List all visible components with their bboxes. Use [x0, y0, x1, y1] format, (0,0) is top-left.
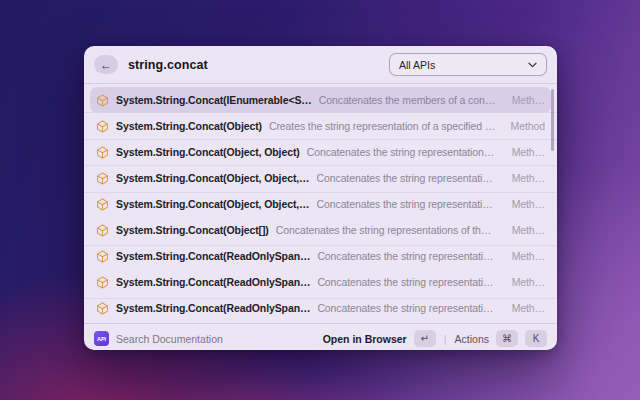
result-name: System.String.Concat(IEnumerable<S… — [116, 94, 312, 106]
method-cube-icon — [96, 94, 109, 107]
action-bar: API Search Documentation Open in Browser… — [84, 323, 557, 353]
extension-title: Search Documentation — [116, 333, 223, 345]
search-window: ← string.concat All APIs System.String.C… — [84, 46, 557, 350]
result-name: System.String.Concat(Object, Object) — [116, 146, 300, 158]
chevron-down-icon — [528, 62, 537, 68]
command-key-icon: ⌘ — [496, 330, 518, 347]
api-filter-value: All APIs — [399, 59, 435, 71]
result-name: System.String.Concat(ReadOnlySpan… — [116, 250, 310, 262]
result-row[interactable]: System.String.Concat(Object, Object) Con… — [90, 139, 551, 165]
api-filter-dropdown[interactable]: All APIs — [389, 53, 547, 76]
method-cube-icon — [96, 198, 109, 211]
result-description: Concatenates the string representations … — [307, 146, 497, 158]
return-key-icon: ↵ — [414, 330, 436, 347]
footer-divider: | — [444, 333, 447, 345]
result-type-badge: Meth… — [504, 172, 545, 184]
result-type-badge: Meth… — [504, 302, 545, 314]
method-cube-icon — [96, 172, 109, 185]
result-description: Creates the string representation of a s… — [269, 120, 496, 132]
method-cube-icon — [96, 146, 109, 159]
result-description: Concatenates the string representations … — [317, 276, 496, 288]
result-row[interactable]: System.String.Concat(Object, Object,… Co… — [90, 191, 551, 217]
result-row[interactable]: System.String.Concat(Object, Object,… Co… — [90, 165, 551, 191]
search-input[interactable]: string.concat — [128, 58, 208, 72]
result-description: Concatenates the members of a constructe… — [319, 94, 497, 106]
result-description: Concatenates the string representations … — [276, 224, 497, 236]
result-row[interactable]: System.String.Concat(IEnumerable<S… Conc… — [90, 87, 551, 113]
open-in-browser-button[interactable]: Open in Browser — [323, 333, 407, 345]
result-name: System.String.Concat(ReadOnlySpan… — [116, 276, 310, 288]
result-name: System.String.Concat(Object, Object,… — [116, 172, 310, 184]
result-type-badge: Meth… — [504, 250, 545, 262]
scrollbar-thumb[interactable] — [551, 89, 554, 151]
result-row[interactable]: System.String.Concat(Object[]) Concatena… — [90, 217, 551, 243]
result-type-badge: Meth… — [504, 94, 545, 106]
result-description: Concatenates the string representations … — [317, 172, 497, 184]
method-cube-icon — [96, 276, 109, 289]
result-row[interactable]: System.String.Concat(ReadOnlySpan… Conca… — [90, 243, 551, 269]
k-key-icon: K — [525, 330, 547, 347]
method-cube-icon — [96, 224, 109, 237]
result-description: Concatenates the string representations … — [317, 302, 496, 314]
result-name: System.String.Concat(Object[]) — [116, 224, 269, 236]
result-type-badge: Meth… — [504, 276, 545, 288]
result-row[interactable]: System.String.Concat(Object) Creates the… — [90, 113, 551, 139]
result-name: System.String.Concat(ReadOnlySpan… — [116, 302, 310, 314]
result-name: System.String.Concat(Object) — [116, 120, 262, 132]
result-row[interactable]: System.String.Concat(ReadOnlySpan… Conca… — [90, 295, 551, 321]
result-description: Concatenates the string representations … — [317, 198, 497, 210]
method-cube-icon — [96, 302, 109, 315]
result-row[interactable]: System.String.Concat(ReadOnlySpan… Conca… — [90, 269, 551, 295]
result-description: Concatenates the string representations … — [317, 250, 496, 262]
back-button[interactable]: ← — [94, 55, 118, 74]
result-type-badge: Meth… — [504, 224, 545, 236]
result-type-badge: Meth… — [504, 146, 545, 158]
back-arrow-icon: ← — [100, 59, 112, 71]
result-type-badge: Method — [503, 120, 545, 132]
extension-icon: API — [94, 331, 109, 346]
method-cube-icon — [96, 250, 109, 263]
search-header: ← string.concat All APIs — [84, 46, 557, 84]
result-name: System.String.Concat(Object, Object,… — [116, 198, 310, 210]
result-type-badge: Meth… — [504, 198, 545, 210]
method-cube-icon — [96, 120, 109, 133]
actions-button[interactable]: Actions — [455, 333, 489, 345]
results-list: System.String.Concat(IEnumerable<S… Conc… — [84, 84, 557, 323]
